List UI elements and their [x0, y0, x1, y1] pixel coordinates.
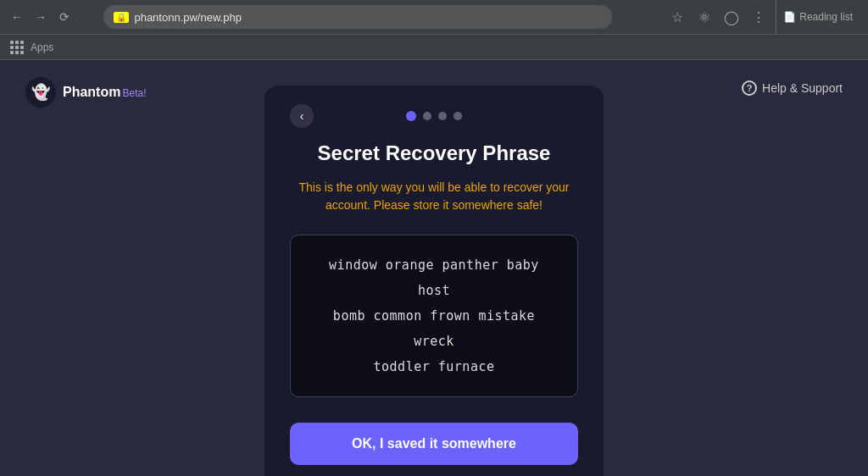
more-options-button[interactable]: ⋮ [748, 7, 769, 27]
progress-dots [406, 111, 462, 121]
card-nav: ‹ [290, 111, 578, 121]
dot-1 [406, 111, 416, 121]
ok-saved-button[interactable]: OK, I saved it somewhere [290, 423, 578, 465]
help-icon: ? [742, 80, 757, 96]
phantom-logo-emoji: 👻 [31, 83, 50, 102]
phrase-line-1: window orange panther baby host [329, 257, 539, 298]
help-support-label: Help & Support [762, 81, 843, 95]
bookmarks-bar: Apps [0, 34, 868, 59]
card-back-button[interactable]: ‹ [290, 104, 314, 128]
phantom-beta-label: Beta! [122, 87, 146, 99]
apps-grid-icon [10, 41, 24, 54]
help-support-button[interactable]: ? Help & Support [742, 80, 843, 96]
recovery-phrase-card: ‹ Secret Recovery Phrase This is the onl… [264, 86, 604, 476]
phantom-name: Phantom [63, 85, 120, 99]
card-title: Secret Recovery Phrase [290, 141, 578, 165]
dot-4 [453, 112, 462, 120]
phrase-line-2: bomb common frown mistake wreck [333, 308, 535, 349]
dot-2 [423, 112, 431, 120]
lock-icon: 🔒 [114, 12, 129, 23]
reading-list-label: Reading list [799, 11, 853, 23]
bookmark-star-button[interactable]: ☆ [667, 7, 687, 27]
url-text: phantonn.pw/new.php [134, 11, 242, 24]
back-button[interactable]: ← [8, 8, 25, 25]
forward-button[interactable]: → [32, 8, 49, 25]
reload-button[interactable]: ⟳ [56, 8, 73, 25]
phantom-logo: 👻 [25, 77, 56, 108]
page-content: 👻 PhantomBeta! ? Help & Support ‹ Secret [0, 60, 868, 476]
profile-button[interactable]: ◯ [721, 7, 742, 27]
card-warning-text: This is the only way you will be able to… [290, 179, 578, 214]
extensions-button[interactable]: ⚛ [694, 7, 715, 27]
phrase-line-3: toddler furnace [374, 359, 495, 374]
reading-list-button[interactable]: 📄 Reading list [776, 0, 860, 34]
reading-list-icon: 📄 [783, 11, 796, 23]
brand-area: 👻 PhantomBeta! [25, 77, 146, 108]
phrase-box: window orange panther baby host bomb com… [290, 235, 578, 397]
browser-toolbar: ← → ⟳ 🔒 phantonn.pw/new.php ☆ ⚛ ◯ ⋮ 📄 Re… [0, 0, 868, 34]
browser-chrome: ← → ⟳ 🔒 phantonn.pw/new.php ☆ ⚛ ◯ ⋮ 📄 Re… [0, 0, 868, 60]
address-bar[interactable]: 🔒 phantonn.pw/new.php [103, 5, 612, 29]
phrase-text: window orange panther baby host bomb com… [311, 252, 557, 379]
toolbar-icons: ☆ ⚛ ◯ ⋮ 📄 Reading list [667, 0, 860, 34]
back-arrow-icon: ‹ [300, 109, 304, 123]
dot-3 [438, 112, 447, 120]
apps-label: Apps [31, 42, 53, 53]
apps-bookmark[interactable]: Apps [10, 41, 53, 54]
